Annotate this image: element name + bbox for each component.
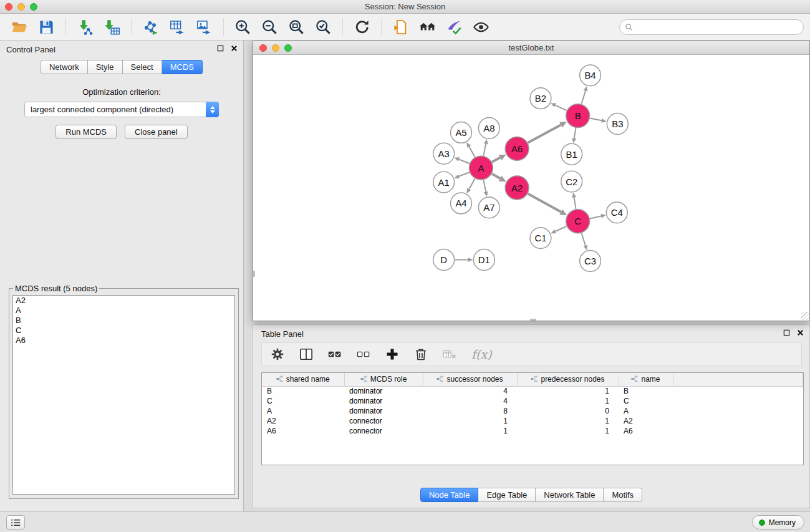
table-cell[interactable]: connector: [344, 426, 423, 436]
graph-node-B4[interactable]: B4: [580, 65, 601, 86]
table-cell[interactable]: dominator: [344, 396, 423, 406]
settings-button[interactable]: [269, 346, 286, 362]
task-history-button[interactable]: [6, 515, 25, 530]
table-cell[interactable]: dominator: [344, 386, 423, 396]
graph-edge-B-B4[interactable]: [582, 91, 586, 104]
mcds-result-item[interactable]: A: [13, 306, 234, 316]
export-image-button[interactable]: [195, 17, 214, 37]
graph-node-A5[interactable]: A5: [451, 122, 472, 143]
table-cell[interactable]: 8: [423, 406, 517, 416]
fx-button[interactable]: f(x): [470, 346, 493, 362]
table-cell[interactable]: 1: [423, 416, 517, 426]
graph-edge-B-B1[interactable]: [574, 128, 576, 138]
column-header-predecessor-nodes[interactable]: predecessor nodes: [517, 373, 619, 386]
tab-mcds[interactable]: MCDS: [162, 60, 203, 74]
close-mcds-panel-button[interactable]: Close panel: [125, 125, 188, 139]
table-cell[interactable]: 1: [517, 396, 619, 406]
graph-edge-C-C4[interactable]: [590, 216, 601, 218]
graph-node-C[interactable]: C: [566, 210, 590, 233]
graph-node-A4[interactable]: A4: [451, 193, 472, 214]
graph-edge-B-B2[interactable]: [555, 105, 566, 111]
table-row[interactable]: A2connector11A2: [262, 416, 803, 426]
graph-node-A6[interactable]: A6: [505, 137, 529, 160]
open-file-button[interactable]: [10, 17, 29, 37]
mcds-result-item[interactable]: A2: [13, 296, 234, 306]
import-table-file-button[interactable]: [102, 17, 122, 37]
graph-node-A2[interactable]: A2: [505, 176, 529, 200]
table-cell[interactable]: A2: [619, 416, 673, 426]
graph-node-C1[interactable]: C1: [530, 228, 551, 249]
memory-button[interactable]: Memory: [752, 515, 804, 530]
refresh-view-button[interactable]: [352, 17, 372, 37]
graph-edge-B-B3[interactable]: [590, 118, 602, 121]
table-cell[interactable]: C: [619, 396, 673, 406]
table-cell[interactable]: A6: [619, 426, 673, 436]
table-row[interactable]: A6connector11A6: [262, 426, 803, 436]
column-header-mcds-role[interactable]: MCDS role: [344, 373, 423, 386]
table-cell[interactable]: 1: [517, 416, 619, 426]
graph-node-D1[interactable]: D1: [473, 249, 494, 271]
table-cell[interactable]: A: [619, 406, 673, 416]
new-network-from-selection-button[interactable]: [141, 17, 160, 37]
table-cell[interactable]: A6: [262, 426, 344, 436]
network-canvas[interactable]: B4B2BB3A5A8A6B1A3AC2A1A2A4A7C4CC1C3DD1: [253, 55, 809, 321]
graph-node-C3[interactable]: C3: [580, 251, 601, 272]
table-row[interactable]: Bdominator41B: [262, 386, 803, 396]
deselect-all-button[interactable]: [355, 346, 372, 362]
import-network-file-button[interactable]: [75, 17, 95, 37]
table-cell[interactable]: connector: [344, 416, 423, 426]
graph-edge-C-C3[interactable]: [582, 233, 586, 246]
tab-edge-table[interactable]: Edge Table: [478, 488, 536, 502]
column-header-name[interactable]: name: [619, 373, 673, 386]
zoom-out-button[interactable]: [260, 17, 279, 37]
graph-node-A3[interactable]: A3: [433, 143, 455, 164]
zoom-selected-button[interactable]: [314, 17, 333, 37]
tab-node-table[interactable]: Node Table: [420, 488, 479, 502]
table-cell[interactable]: C: [262, 396, 344, 406]
tab-network[interactable]: Network: [41, 60, 88, 74]
clone-network-button[interactable]: [168, 17, 187, 37]
graph-node-A1[interactable]: A1: [433, 172, 455, 193]
tab-motifs[interactable]: Motifs: [604, 488, 642, 502]
columns-button[interactable]: [298, 346, 314, 362]
table-cell[interactable]: 1: [517, 386, 619, 396]
graph-edge-A-A1[interactable]: [459, 172, 470, 177]
table-cell[interactable]: 1: [423, 426, 517, 436]
table-cell[interactable]: 0: [517, 406, 619, 416]
table-cell[interactable]: B: [619, 386, 673, 396]
table-cell[interactable]: A2: [262, 416, 344, 426]
graph-edge-A2-C[interactable]: [528, 194, 561, 212]
save-session-button[interactable]: [37, 17, 56, 37]
graph-node-B2[interactable]: B2: [530, 88, 551, 109]
home-view-button[interactable]: [418, 17, 437, 37]
mcds-result-item[interactable]: B: [13, 316, 234, 326]
graph-node-A[interactable]: A: [469, 156, 493, 180]
graph-edge-C-C1[interactable]: [556, 226, 567, 231]
criterion-select[interactable]: largest connected component (directed): [24, 102, 219, 117]
clear-table-button[interactable]: [441, 346, 458, 362]
tab-select[interactable]: Select: [123, 60, 162, 74]
search-input[interactable]: [636, 22, 798, 32]
node-table-wrap[interactable]: shared nameMCDS rolesuccessor nodesprede…: [261, 372, 804, 465]
apply-style-button[interactable]: [445, 17, 464, 37]
column-header-shared-name[interactable]: shared name: [262, 373, 344, 386]
table-row[interactable]: Cdominator41C: [262, 396, 803, 406]
graph-node-A8[interactable]: A8: [478, 118, 499, 139]
column-header-successor-nodes[interactable]: successor nodes: [423, 373, 517, 386]
zoom-fit-button[interactable]: [287, 17, 306, 37]
mcds-result-item[interactable]: A6: [13, 336, 234, 346]
graph-edge-A-A7[interactable]: [483, 180, 486, 192]
table-close-panel-button[interactable]: [797, 329, 804, 336]
graph-node-A7[interactable]: A7: [478, 197, 499, 218]
table-cell[interactable]: 4: [423, 396, 517, 406]
mcds-result-item[interactable]: C: [13, 326, 234, 336]
tab-network-table[interactable]: Network Table: [536, 488, 604, 502]
delete-row-button[interactable]: [413, 346, 429, 362]
table-cell[interactable]: B: [262, 386, 344, 396]
graph-edge-A6-B[interactable]: [528, 125, 561, 143]
graph-edge-A-A6[interactable]: [492, 158, 500, 162]
graph-edge-A-A5[interactable]: [469, 147, 475, 157]
network-view[interactable]: B4B2BB3A5A8A6B1A3AC2A1A2A4A7C4CC1C3DD1: [253, 55, 809, 321]
mcds-result-list[interactable]: A2ABCA6: [12, 295, 235, 495]
select-all-button[interactable]: [327, 346, 343, 362]
